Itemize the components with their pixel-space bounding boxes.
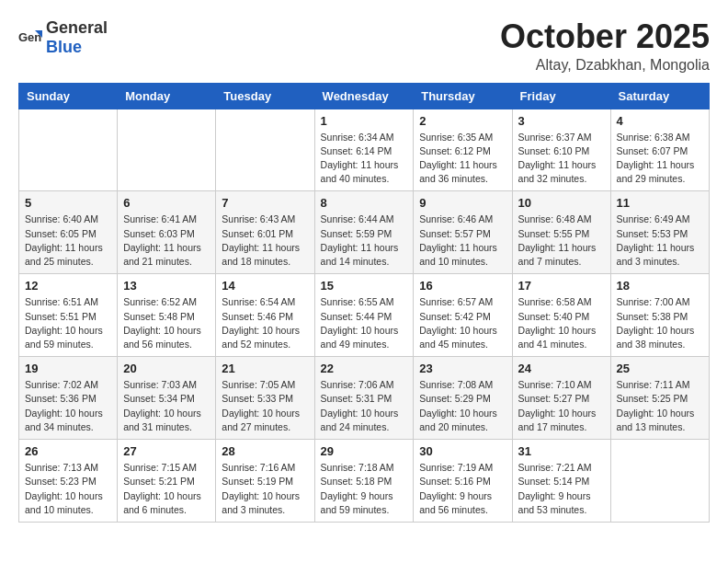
sunset-text: Sunset: 5:16 PM [419,476,491,487]
weekday-header-cell: Thursday [414,83,512,109]
calendar-table: SundayMondayTuesdayWednesdayThursdayFrid… [18,83,710,523]
daylight-text: Daylight: 10 hours and 6 minutes. [123,490,201,515]
calendar-cell: 14Sunrise: 6:54 AM Sunset: 5:46 PM Dayli… [216,274,314,357]
sunset-text: Sunset: 6:01 PM [222,228,293,239]
month-title: October 2025 [500,18,710,55]
day-number: 24 [518,362,605,375]
sunset-text: Sunset: 5:29 PM [419,393,491,404]
calendar-cell: 6Sunrise: 6:41 AM Sunset: 6:03 PM Daylig… [118,191,216,274]
day-number: 28 [222,444,308,458]
cell-content: Sunrise: 7:10 AM Sunset: 5:27 PM Dayligh… [518,378,605,434]
daylight-text: Daylight: 10 hours and 38 minutes. [617,325,695,350]
calendar-cell: 31Sunrise: 7:21 AM Sunset: 5:14 PM Dayli… [512,440,610,523]
cell-content: Sunrise: 6:58 AM Sunset: 5:40 PM Dayligh… [518,295,605,351]
day-number: 31 [518,444,605,458]
sunset-text: Sunset: 6:12 PM [419,145,491,156]
day-number: 22 [321,362,408,375]
day-number: 1 [321,114,408,128]
calendar-cell: 28Sunrise: 7:16 AM Sunset: 5:19 PM Dayli… [216,440,314,523]
sunset-text: Sunset: 5:19 PM [222,476,293,487]
sunset-text: Sunset: 5:55 PM [518,228,590,239]
daylight-text: Daylight: 11 hours and 25 minutes. [25,242,103,267]
day-number: 6 [123,196,210,210]
calendar-week-row: 5Sunrise: 6:40 AM Sunset: 6:05 PM Daylig… [19,191,710,274]
sunrise-text: Sunrise: 7:00 AM [617,296,690,307]
cell-content: Sunrise: 6:51 AM Sunset: 5:51 PM Dayligh… [25,295,111,351]
sunset-text: Sunset: 5:48 PM [123,311,195,322]
cell-content: Sunrise: 6:52 AM Sunset: 5:48 PM Dayligh… [123,295,210,351]
cell-content: Sunrise: 6:37 AM Sunset: 6:10 PM Dayligh… [518,131,605,187]
sunset-text: Sunset: 5:38 PM [617,311,688,322]
day-number: 15 [321,279,408,293]
cell-content: Sunrise: 6:43 AM Sunset: 6:01 PM Dayligh… [222,213,308,269]
sunset-text: Sunset: 5:44 PM [321,311,392,322]
calendar-cell: 25Sunrise: 7:11 AM Sunset: 5:25 PM Dayli… [610,357,709,440]
sunrise-text: Sunrise: 6:37 AM [518,132,592,143]
logo: Gen General Blue [18,18,108,57]
sunset-text: Sunset: 5:25 PM [617,393,688,404]
calendar-week-row: 19Sunrise: 7:02 AM Sunset: 5:36 PM Dayli… [19,357,710,440]
cell-content: Sunrise: 7:15 AM Sunset: 5:21 PM Dayligh… [123,461,210,517]
daylight-text: Daylight: 10 hours and 59 minutes. [25,325,103,350]
day-number: 17 [518,279,605,293]
day-number: 26 [25,444,111,458]
sunrise-text: Sunrise: 6:34 AM [321,132,394,143]
daylight-text: Daylight: 10 hours and 13 minutes. [617,408,695,432]
cell-content: Sunrise: 6:54 AM Sunset: 5:46 PM Dayligh… [222,295,308,351]
daylight-text: Daylight: 10 hours and 31 minutes. [123,408,201,432]
sunset-text: Sunset: 5:51 PM [25,311,97,322]
sunrise-text: Sunrise: 7:08 AM [419,379,493,390]
day-number: 13 [123,279,210,293]
calendar-week-row: 26Sunrise: 7:13 AM Sunset: 5:23 PM Dayli… [19,440,710,523]
daylight-text: Daylight: 11 hours and 29 minutes. [617,159,695,184]
daylight-text: Daylight: 10 hours and 3 minutes. [222,490,300,515]
cell-content: Sunrise: 7:02 AM Sunset: 5:36 PM Dayligh… [25,378,111,434]
day-number: 12 [25,279,111,293]
cell-content: Sunrise: 6:34 AM Sunset: 6:14 PM Dayligh… [321,131,408,187]
logo-text-general: General [46,18,108,37]
calendar-cell: 29Sunrise: 7:18 AM Sunset: 5:18 PM Dayli… [314,440,414,523]
sunrise-text: Sunrise: 6:40 AM [25,213,98,224]
title-area: October 2025 Altay, Dzabkhan, Mongolia [500,18,710,74]
sunset-text: Sunset: 6:14 PM [321,145,392,156]
daylight-text: Daylight: 9 hours and 59 minutes. [321,490,393,515]
daylight-text: Daylight: 10 hours and 49 minutes. [321,325,399,350]
cell-content: Sunrise: 6:44 AM Sunset: 5:59 PM Dayligh… [321,213,408,269]
daylight-text: Daylight: 11 hours and 21 minutes. [123,242,201,267]
daylight-text: Daylight: 9 hours and 56 minutes. [419,490,492,515]
day-number: 11 [617,196,703,210]
cell-content: Sunrise: 7:19 AM Sunset: 5:16 PM Dayligh… [419,461,506,517]
sunrise-text: Sunrise: 6:49 AM [617,213,690,224]
sunrise-text: Sunrise: 6:51 AM [25,296,98,307]
calendar-cell: 8Sunrise: 6:44 AM Sunset: 5:59 PM Daylig… [314,191,414,274]
sunrise-text: Sunrise: 7:02 AM [25,379,98,390]
cell-content: Sunrise: 7:06 AM Sunset: 5:31 PM Dayligh… [321,378,408,434]
weekday-header-cell: Tuesday [216,83,314,109]
location: Altay, Dzabkhan, Mongolia [500,57,710,74]
sunset-text: Sunset: 5:33 PM [222,393,293,404]
sunset-text: Sunset: 5:34 PM [123,393,195,404]
sunrise-text: Sunrise: 6:46 AM [419,213,493,224]
sunrise-text: Sunrise: 6:55 AM [321,296,394,307]
daylight-text: Daylight: 9 hours and 53 minutes. [518,490,591,515]
day-number: 7 [222,196,308,210]
day-number: 3 [518,114,605,128]
cell-content: Sunrise: 6:38 AM Sunset: 6:07 PM Dayligh… [617,131,703,187]
sunrise-text: Sunrise: 6:43 AM [222,213,295,224]
weekday-header-row: SundayMondayTuesdayWednesdayThursdayFrid… [19,83,710,109]
sunrise-text: Sunrise: 6:48 AM [518,213,592,224]
sunset-text: Sunset: 5:53 PM [617,228,688,239]
day-number: 30 [419,444,506,458]
logo-text-blue: Blue [46,38,82,56]
daylight-text: Daylight: 11 hours and 36 minutes. [419,159,497,184]
sunrise-text: Sunrise: 7:18 AM [321,462,394,473]
daylight-text: Daylight: 10 hours and 45 minutes. [419,325,497,350]
logo-icon: Gen [18,25,44,51]
daylight-text: Daylight: 10 hours and 52 minutes. [222,325,300,350]
sunset-text: Sunset: 5:36 PM [25,393,97,404]
daylight-text: Daylight: 10 hours and 24 minutes. [321,408,399,432]
calendar-cell: 17Sunrise: 6:58 AM Sunset: 5:40 PM Dayli… [512,274,610,357]
sunset-text: Sunset: 5:21 PM [123,476,195,487]
daylight-text: Daylight: 10 hours and 56 minutes. [123,325,201,350]
sunrise-text: Sunrise: 6:58 AM [518,296,592,307]
